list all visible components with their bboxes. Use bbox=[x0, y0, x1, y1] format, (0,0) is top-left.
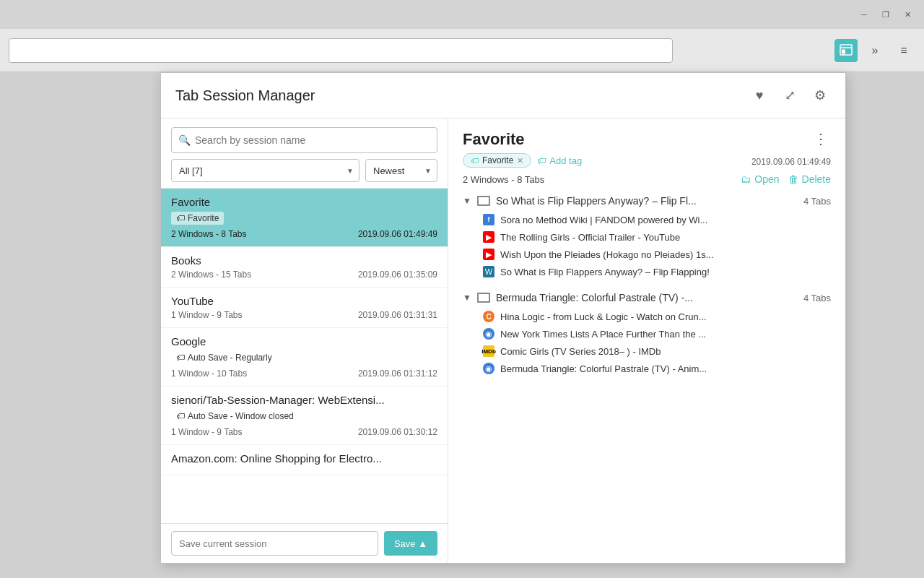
session-windows-tabs: 1 Window - 9 Tabs bbox=[171, 427, 243, 437]
address-bar[interactable] bbox=[9, 38, 673, 63]
filter-row: All [7] Favorites Auto Save ▼ Newest Old… bbox=[161, 159, 448, 188]
favorites-button[interactable]: ♥ bbox=[749, 85, 770, 106]
toolbar-ext-area: » ≡ bbox=[834, 39, 915, 62]
chevron-down-icon: ▼ bbox=[463, 293, 471, 303]
tab-title: Wish Upon the Pleiades (Hokago no Pleiad… bbox=[500, 249, 714, 260]
session-date: 2019.09.06 01:30:12 bbox=[358, 427, 437, 437]
browser-titlebar: ─ ❐ ✕ bbox=[0, 0, 924, 29]
delete-session-button[interactable]: 🗑 Delete bbox=[788, 173, 831, 185]
session-name: Books bbox=[171, 254, 437, 267]
search-area: 🔍 bbox=[161, 118, 448, 159]
filter-sort-wrapper: Newest Oldest Name ▼ bbox=[365, 159, 437, 182]
window-group-2: ▼ Bermuda Triangle: Colorful Pastrale (T… bbox=[463, 292, 831, 377]
favicon-wordpress: W bbox=[483, 266, 494, 277]
session-windows-tabs: 2 Windows - 15 Tabs bbox=[171, 269, 251, 280]
window-group-2-header[interactable]: ▼ Bermuda Triangle: Colorful Pastrale (T… bbox=[463, 292, 831, 303]
filter-all-select[interactable]: All [7] Favorites Auto Save bbox=[171, 159, 359, 182]
settings-icon: ⚙ bbox=[814, 87, 826, 103]
open-session-button[interactable]: 🗂 Open bbox=[741, 173, 779, 185]
add-tag-button[interactable]: 🏷 Add tag bbox=[537, 155, 582, 166]
detail-actions: 🗂 Open 🗑 Delete bbox=[741, 173, 831, 185]
save-session-input[interactable] bbox=[171, 531, 378, 556]
window-icon bbox=[477, 196, 490, 206]
tab-session-manager-popup: Tab Session Manager ♥ ⤢ ⚙ 🔍 bbox=[160, 72, 846, 564]
session-name: Favorite bbox=[171, 196, 437, 208]
search-icon: 🔍 bbox=[178, 134, 191, 146]
settings-button[interactable]: ⚙ bbox=[809, 85, 831, 106]
tab-item[interactable]: f Sora no Method Wiki | FANDOM powered b… bbox=[463, 211, 831, 228]
session-meta: 1 Window - 9 Tabs 2019.09.06 01:31:31 bbox=[171, 310, 437, 320]
delete-icon: 🗑 bbox=[788, 173, 798, 185]
tab-title: Sora no Method Wiki | FANDOM powered by … bbox=[500, 215, 707, 225]
favicon-fandom: f bbox=[483, 214, 494, 225]
session-date: 2019.09.06 01:49:49 bbox=[358, 229, 437, 239]
session-windows-tabs: 1 Window - 9 Tabs bbox=[171, 310, 243, 320]
search-input-wrapper: 🔍 bbox=[171, 127, 437, 153]
open-icon: 🗂 bbox=[741, 173, 751, 185]
session-item-favorite[interactable]: Favorite 🏷 Favorite 2 Windows - 8 Tabs 2… bbox=[161, 189, 448, 247]
detail-tags-row: 🏷 Favorite ✕ 🏷 Add tag bbox=[463, 153, 582, 168]
tab-item[interactable]: C Hina Logic - from Luck & Logic - Watch… bbox=[463, 308, 831, 325]
browser-menu-button[interactable]: ≡ bbox=[892, 39, 915, 62]
tag-icon: 🏷 bbox=[176, 213, 185, 223]
window-icon bbox=[477, 293, 490, 303]
expand-icon: ⤢ bbox=[785, 87, 796, 103]
tab-item[interactable]: ▶ Wish Upon the Pleiades (Hokago no Plei… bbox=[463, 246, 831, 263]
favicon-imdb: IMDb bbox=[483, 345, 494, 357]
close-button[interactable]: ✕ bbox=[902, 9, 912, 20]
session-windows-tabs: 2 Windows - 8 Tabs bbox=[171, 229, 247, 239]
tab-title: Bermuda Triangle: Colorful Pastrale (TV)… bbox=[500, 363, 707, 374]
svg-rect-2 bbox=[842, 50, 845, 54]
tab-item[interactable]: ◉ Bermuda Triangle: Colorful Pastrale (T… bbox=[463, 360, 831, 377]
session-detail-title: Favorite bbox=[463, 130, 525, 149]
tab-item[interactable]: ▶ The Rolling Girls - Official Trailer -… bbox=[463, 228, 831, 246]
browser-chrome: ─ ❐ ✕ » ≡ bbox=[0, 0, 924, 72]
window-group-1-header[interactable]: ▼ So What is Flip Flappers Anyway? – Fli… bbox=[463, 195, 831, 207]
remove-tag-button[interactable]: ✕ bbox=[517, 156, 523, 165]
tab-title: Comic Girls (TV Series 2018– ) - IMDb bbox=[500, 346, 661, 357]
session-date: 2019.09.06 01:31:12 bbox=[358, 368, 437, 379]
session-tag: 🏷 Favorite bbox=[171, 212, 224, 225]
session-item-sienori[interactable]: sienori/Tab-Session-Manager: WebExtensi.… bbox=[161, 387, 448, 445]
filter-all-wrapper: All [7] Favorites Auto Save ▼ bbox=[171, 159, 359, 182]
browser-toolbar: » ≡ bbox=[0, 29, 924, 72]
session-item-books[interactable]: Books 2 Windows - 15 Tabs 2019.09.06 01:… bbox=[161, 247, 448, 288]
filter-sort-select[interactable]: Newest Oldest Name bbox=[365, 159, 437, 182]
maximize-button[interactable]: ❐ bbox=[881, 9, 891, 20]
save-button[interactable]: Save ▲ bbox=[384, 531, 437, 556]
tab-title: Hina Logic - from Luck & Logic - Watch o… bbox=[500, 311, 707, 322]
favicon-youtube: ▶ bbox=[483, 249, 494, 260]
session-item-youtube[interactable]: YouTube 1 Window - 9 Tabs 2019.09.06 01:… bbox=[161, 288, 448, 328]
tab-item[interactable]: IMDb Comic Girls (TV Series 2018– ) - IM… bbox=[463, 342, 831, 360]
detail-windows-tabs: 2 Windows - 8 Tabs bbox=[463, 174, 544, 185]
favicon-youtube: ▶ bbox=[483, 231, 494, 243]
detail-tags-date-row: 🏷 Favorite ✕ 🏷 Add tag 2019.09.06 01:49:… bbox=[463, 153, 831, 171]
favicon-crunchyroll: C bbox=[483, 311, 494, 322]
chevron-down-icon: ▼ bbox=[463, 196, 471, 206]
tab-title: The Rolling Girls - Official Trailer - Y… bbox=[500, 232, 680, 243]
tab-item[interactable]: W So What is Flip Flappers Anyway? – Fli… bbox=[463, 263, 831, 280]
window-group-1: ▼ So What is Flip Flappers Anyway? – Fli… bbox=[463, 195, 831, 280]
session-name: Google bbox=[171, 335, 437, 348]
expand-button[interactable]: ⤢ bbox=[779, 85, 801, 106]
search-input[interactable] bbox=[171, 127, 437, 153]
tab-item[interactable]: ◉ New York Times Lists A Place Further T… bbox=[463, 325, 831, 342]
sessions-list: Favorite 🏷 Favorite 2 Windows - 8 Tabs 2… bbox=[161, 188, 448, 523]
overflow-button[interactable]: » bbox=[863, 39, 886, 62]
tab-session-manager-ext-button[interactable] bbox=[834, 39, 858, 62]
tag-icon: 🏷 bbox=[176, 411, 185, 421]
detail-tag-chip-favorite: 🏷 Favorite ✕ bbox=[463, 153, 531, 168]
left-panel: 🔍 All [7] Favorites Auto Save ▼ Newest bbox=[161, 118, 448, 563]
session-item-amazon[interactable]: Amazon.com: Online Shopping for Electro.… bbox=[161, 445, 448, 475]
minimize-button[interactable]: ─ bbox=[859, 9, 869, 20]
session-windows-tabs: 1 Window - 10 Tabs bbox=[171, 368, 247, 379]
session-item-google[interactable]: Google 🏷 Auto Save - Regularly 1 Window … bbox=[161, 328, 448, 387]
session-meta: 1 Window - 9 Tabs 2019.09.06 01:30:12 bbox=[171, 427, 437, 437]
window-tabs-count: 4 Tabs bbox=[803, 196, 831, 207]
session-name: sienori/Tab-Session-Manager: WebExtensi.… bbox=[171, 394, 437, 406]
detail-menu-button[interactable]: ⋮ bbox=[811, 130, 831, 147]
session-name: YouTube bbox=[171, 295, 437, 307]
tab-title: New York Times Lists A Place Further Tha… bbox=[500, 329, 706, 340]
session-tag: 🏷 Auto Save - Window closed bbox=[171, 410, 299, 423]
session-meta: 2 Windows - 8 Tabs 2019.09.06 01:49:49 bbox=[171, 229, 437, 239]
